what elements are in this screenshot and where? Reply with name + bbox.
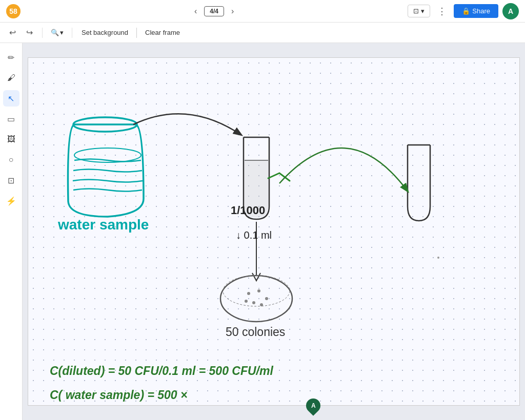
svg-point-0 xyxy=(73,117,137,132)
svg-point-8 xyxy=(265,297,268,300)
next-slide-button[interactable]: › xyxy=(228,5,237,18)
water-sample-label: water sample xyxy=(58,217,149,233)
shape-icon: ○ xyxy=(9,155,14,164)
svg-point-5 xyxy=(220,276,292,322)
formula1-label: C(diluted) = 50 CFU/0.1 ml = 500 CFU/ml xyxy=(50,364,273,378)
brush-tool-button[interactable]: 🖌 xyxy=(3,70,19,86)
collaborator-initial: A xyxy=(311,402,316,409)
present-icon: ⊡ xyxy=(413,7,419,15)
test-tube-1 xyxy=(244,137,269,219)
drawing-layer xyxy=(28,58,519,405)
svg-point-11 xyxy=(245,300,248,303)
frame-icon: ⊡ xyxy=(8,176,14,185)
formula2-label: C( water sample) = 500 × xyxy=(50,388,187,402)
water-beaker xyxy=(68,117,144,217)
svg-point-6 xyxy=(247,292,250,295)
collaborator-cursor: A xyxy=(303,395,324,416)
toolbar-separator-2 xyxy=(72,28,72,38)
cursor-tool-button[interactable]: ↖ xyxy=(3,90,19,107)
user-avatar[interactable]: A xyxy=(502,3,519,19)
magic-tool-button[interactable]: ⚡ xyxy=(3,193,19,209)
present-button[interactable]: ⊡ ▾ xyxy=(408,5,430,17)
lock-icon: 🔒 xyxy=(462,7,470,15)
zoom-arrow-icon: ▾ xyxy=(60,29,64,36)
pen-icon: ✏ xyxy=(8,53,14,62)
toolbar: ↩ ↪ 🔍 ▾ Set background Clear frame xyxy=(0,23,525,43)
toolbar-separator-3 xyxy=(136,28,137,38)
undo-button[interactable]: ↩ xyxy=(5,26,20,39)
app-logo: 58 xyxy=(6,4,21,18)
set-background-button[interactable]: Set background xyxy=(77,27,132,38)
image-icon: 🖼 xyxy=(7,135,15,144)
svg-point-9 xyxy=(252,301,255,304)
image-tool-button[interactable]: 🖼 xyxy=(3,131,19,148)
prev-slide-button[interactable]: ‹ xyxy=(191,5,200,18)
frame-tool-button[interactable]: ⊡ xyxy=(3,172,19,188)
dilution-label: 1/1000 xyxy=(231,204,265,217)
left-sidebar: ✏ 🖌 ↖ ▭ 🖼 ○ ⊡ ⚡ xyxy=(0,43,23,420)
topbar: 58 ‹ 4/4 › ⊡ ▾ ⋮ 🔒 Share A xyxy=(0,0,525,23)
redo-button[interactable]: ↪ xyxy=(22,26,37,39)
present-arrow: ▾ xyxy=(421,7,425,15)
svg-point-10 xyxy=(260,303,263,306)
colonies-label: 50 colonies xyxy=(226,325,285,339)
canvas-area[interactable]: water sample 1/1000 ↓ 0.1 ml 50 colonies… xyxy=(23,43,525,420)
volume-label: ↓ 0.1 ml xyxy=(236,229,272,241)
main-area: ✏ 🖌 ↖ ▭ 🖼 ○ ⊡ ⚡ xyxy=(0,43,525,420)
svg-point-7 xyxy=(257,289,260,292)
svg-point-14 xyxy=(437,257,439,259)
pen-tool-button[interactable]: ✏ xyxy=(3,49,19,66)
clear-frame-button[interactable]: Clear frame xyxy=(141,27,184,38)
slide-indicator: 4/4 xyxy=(204,6,224,16)
zoom-icon: 🔍 xyxy=(51,29,59,36)
svg-point-1 xyxy=(74,148,141,162)
test-tube-2 xyxy=(408,145,430,221)
canvas[interactable]: water sample 1/1000 ↓ 0.1 ml 50 colonies… xyxy=(28,57,520,406)
cursor-icon: ↖ xyxy=(8,94,14,103)
svg-point-12 xyxy=(223,276,290,306)
shape-tool-button[interactable]: ○ xyxy=(3,152,19,168)
more-options-button[interactable]: ⋮ xyxy=(434,4,450,19)
magic-icon: ⚡ xyxy=(6,196,16,206)
zoom-button[interactable]: 🔍 ▾ xyxy=(48,27,67,38)
toolbar-separator-1 xyxy=(42,28,43,38)
share-button[interactable]: 🔒 Share xyxy=(454,4,498,18)
brush-icon: 🖌 xyxy=(7,73,15,82)
sticky-tool-button[interactable]: ▭ xyxy=(3,111,19,127)
sticky-icon: ▭ xyxy=(7,114,15,124)
